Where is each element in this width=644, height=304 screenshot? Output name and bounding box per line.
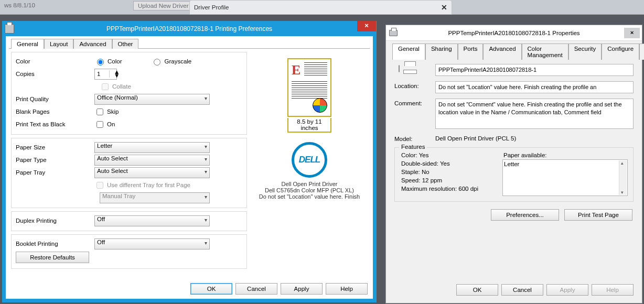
color-radio[interactable]: Color: [94, 57, 122, 66]
tab-security[interactable]: Security: [568, 44, 602, 60]
paper-size-dropdown[interactable]: Letter: [94, 142, 210, 153]
printer-big-icon: [399, 65, 400, 72]
help-button[interactable]: Help: [592, 284, 634, 296]
info-line-2: Dell C5765dn Color MFP (PCL XL): [251, 187, 368, 193]
booklet-label: Booklet Printing: [16, 241, 94, 247]
apply-button[interactable]: Apply: [281, 283, 323, 295]
paper-available-label: Paper available:: [502, 151, 628, 159]
comment-label: Comment:: [394, 99, 431, 106]
feature-color: Color: Yes: [400, 151, 502, 159]
tab-color-management[interactable]: Color Management: [522, 44, 568, 60]
on-checkbox[interactable]: On: [94, 120, 115, 129]
page-preview: E: [287, 58, 331, 117]
model-value: Dell Open Print Driver (PCL 5): [435, 134, 634, 142]
tab-about[interactable]: About: [639, 44, 644, 60]
close-button[interactable]: ×: [357, 21, 376, 31]
feature-speed: Speed: 12 ppm: [400, 176, 502, 184]
booklet-dropdown[interactable]: Off: [94, 238, 210, 249]
color-wheel-icon: [313, 98, 327, 113]
tab-ports[interactable]: Ports: [458, 44, 484, 60]
tabstrip: General Sharing Ports Advanced Color Man…: [389, 41, 639, 59]
footer-buttons: OK Cancel Apply Help: [190, 283, 368, 295]
group-color: Color Color Grayscale Copies 1▲▼: [11, 52, 247, 135]
feature-resolution: Maximum resolution: 600 dpi: [400, 184, 502, 193]
paper-type-label: Paper Type: [16, 157, 94, 163]
printer-icon: [5, 24, 14, 34]
titlebar: PPPTempPrinterIA20180108072818-1 Printin…: [3, 21, 376, 36]
printer-icon: [389, 30, 398, 36]
paper-available-list[interactable]: Letter: [502, 159, 628, 196]
preferences-button[interactable]: Preferences...: [491, 209, 559, 221]
tab-general[interactable]: General: [392, 44, 425, 60]
tabstrip: General Layout Advanced Other: [6, 36, 373, 48]
footer-buttons: OK Cancel Apply Help: [456, 284, 634, 296]
paper-tray-label: Paper Tray: [16, 169, 94, 176]
scrollbar[interactable]: [619, 160, 627, 195]
restore-defaults-button[interactable]: Restore Defaults: [16, 252, 89, 263]
copies-label: Copies: [16, 71, 94, 77]
dell-logo: DELL: [292, 142, 327, 178]
tab-general[interactable]: General: [11, 39, 44, 49]
print-quality-label: Print Quality: [16, 96, 94, 102]
group-duplex: Duplex Printing Off: [11, 211, 247, 231]
tab-advanced[interactable]: Advanced: [483, 44, 521, 60]
preview-caption: 8.5 by 11 inches: [287, 118, 331, 133]
tab-sharing[interactable]: Sharing: [425, 44, 458, 60]
location-label: Location:: [394, 81, 431, 89]
printing-preferences-window: PPPTempPrinterIA20180108072818-1 Printin…: [2, 21, 377, 302]
client-area: General Layout Advanced Other Color Colo…: [6, 36, 373, 299]
comment-field[interactable]: Do not set "Comment" value here. Finish …: [435, 99, 634, 129]
skip-checkbox[interactable]: Skip: [94, 107, 119, 117]
paper-type-dropdown[interactable]: Auto Select: [94, 155, 210, 166]
properties-window: PPPTempPrinterIA20180108072818-1 Propert…: [385, 25, 642, 303]
help-button[interactable]: Help: [326, 283, 368, 295]
window-title: PPPTempPrinterIA20180108072818-1 Printin…: [3, 25, 376, 32]
grayscale-radio[interactable]: Grayscale: [151, 57, 191, 66]
print-quality-dropdown[interactable]: Office (Normal): [94, 94, 210, 105]
feature-double-sided: Double-sided: Yes: [400, 159, 502, 168]
window-title: PPPTempPrinterIA20180108072818-1 Propert…: [386, 30, 642, 36]
manual-tray-dropdown: Manual Tray: [100, 192, 210, 203]
info-line-1: Dell Open Print Driver: [251, 181, 368, 187]
tab-layout[interactable]: Layout: [44, 39, 74, 49]
duplex-label: Duplex Printing: [16, 218, 94, 224]
features-groupbox: Features Color: Yes Double-sided: Yes St…: [394, 147, 634, 202]
tab-other[interactable]: Other: [112, 39, 139, 49]
print-test-page-button[interactable]: Print Test Page: [564, 209, 632, 221]
model-label: Model:: [394, 134, 431, 142]
blank-pages-label: Blank Pages: [16, 108, 94, 115]
apply-button[interactable]: Apply: [546, 284, 588, 296]
client-area: General Sharing Ports Advanced Color Man…: [389, 41, 639, 300]
bg-text: ws 8/8.1/10: [4, 2, 35, 8]
features-legend: Features: [399, 144, 427, 150]
titlebar: PPPTempPrinterIA20180108072818-1 Propert…: [386, 25, 642, 41]
paper-size-label: Paper Size: [16, 144, 94, 150]
tab-advanced[interactable]: Advanced: [73, 39, 112, 49]
close-icon[interactable]: ✕: [441, 3, 447, 12]
cancel-button[interactable]: Cancel: [235, 283, 277, 295]
print-text-black-label: Print Text as Black: [16, 121, 94, 127]
group-paper: Paper Size Letter Paper Type Auto Select…: [11, 138, 247, 208]
collate-checkbox[interactable]: Collate: [100, 82, 131, 92]
close-button[interactable]: ×: [624, 28, 640, 38]
driver-profile-title: Driver Profile: [194, 4, 229, 10]
paper-tray-dropdown[interactable]: Auto Select: [94, 167, 210, 178]
location-field[interactable]: Do not set "Location" value here. Finish…: [435, 81, 634, 93]
info-line-3: Do not set "Location" value here. Finish: [251, 193, 368, 200]
driver-profile-tab: Driver Profile ✕: [189, 0, 452, 15]
ok-button[interactable]: OK: [190, 283, 232, 295]
group-booklet: Booklet Printing Off Restore Defaults: [11, 234, 247, 269]
printer-name-field[interactable]: PPPTempPrinterIA20180108072818-1: [435, 64, 634, 76]
tab-configure[interactable]: Configure: [602, 44, 639, 60]
duplex-dropdown[interactable]: Off: [94, 215, 210, 226]
copies-spinner[interactable]: 1▲▼: [94, 69, 117, 80]
cancel-button[interactable]: Cancel: [501, 284, 543, 296]
feature-staple: Staple: No: [400, 168, 502, 176]
different-tray-checkbox[interactable]: Use different Tray for first Page: [94, 180, 190, 190]
color-label: Color: [16, 58, 94, 64]
upload-driver-button[interactable]: Upload New Driver: [133, 1, 194, 10]
ok-button[interactable]: OK: [456, 284, 498, 296]
